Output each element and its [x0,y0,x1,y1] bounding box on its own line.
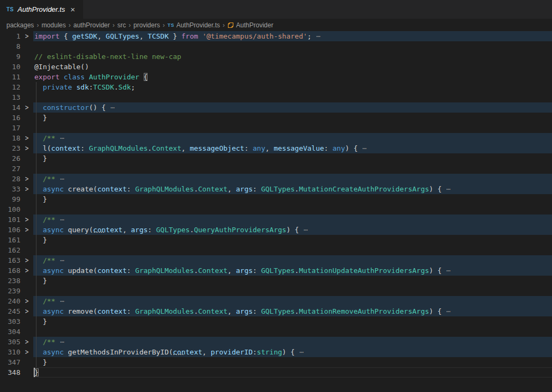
code-line-347[interactable]: 347 } [0,357,552,367]
code-line-239[interactable]: 239 [0,286,552,296]
code-token: sdk [76,83,89,91]
code-content[interactable]: } [33,316,552,327]
code-content[interactable] [33,41,552,51]
code-content[interactable] [33,92,552,102]
code-line-1[interactable]: 1>import { getSDK, GQLTypes, TCSDK } fro… [0,31,552,41]
code-content[interactable]: /** ⋯ [33,174,552,184]
code-line-106[interactable]: 106> async query(context, args: GQLTypes… [0,225,552,235]
code-content[interactable]: l(context: GraphQLModules.Context, messa… [33,143,552,153]
code-line-245[interactable]: 245> async remove(context: GraphQLModule… [0,306,552,316]
code-line-8[interactable]: 8 [0,41,552,51]
code-content[interactable]: /** ⋯ [33,255,552,265]
fold-chevron-icon[interactable]: > [20,345,33,359]
code-content[interactable]: } [33,276,552,286]
fold-chevron-icon[interactable]: > [20,223,33,236]
code-line-162[interactable]: 162 [0,245,552,255]
code-line-10[interactable]: 10@Injectable() [0,62,552,72]
code-line-28[interactable]: 28> /** ⋯ [0,174,552,184]
code-editor[interactable]: 1>import { getSDK, GQLTypes, TCSDK } fro… [0,31,552,378]
code-line-99[interactable]: 99 } [0,194,552,204]
breadcrumb-separator-icon: › [113,21,115,29]
code-line-9[interactable]: 9// eslint-disable-next-line new-cap [0,51,552,62]
code-token: context [51,144,80,152]
code-line-12[interactable]: 12 private sdk:TCSDK.Sdk; [0,82,552,92]
code-content[interactable]: async getMethodsInProviderByID(context, … [33,347,552,357]
code-content[interactable]: async query(context, args: GQLTypes.Quer… [33,225,552,235]
breadcrumb-item-authprovider[interactable]: authProvider [73,21,110,29]
folded-code-ellipsis: ⋯ [55,256,65,264]
code-content[interactable]: /** ⋯ [33,296,552,306]
fold-chevron-icon[interactable]: > [20,101,33,114]
code-line-304[interactable]: 304 [0,327,552,337]
code-line-100[interactable]: 100 [0,204,552,215]
tab-authprovider-ts[interactable]: TS AuthProvider.ts × [0,0,83,19]
fold-chevron-icon[interactable]: > [20,29,33,43]
fold-chevron-icon[interactable]: > [20,305,33,318]
code-content[interactable]: /** ⋯ [33,337,552,347]
code-line-27[interactable]: 27 [0,164,552,174]
code-line-18[interactable]: 18> /** ⋯ [0,133,552,143]
code-line-16[interactable]: 16 } [0,113,552,123]
line-number: 11 [0,72,20,82]
code-content[interactable] [33,327,552,337]
code-line-11[interactable]: 11export class AuthProvider { [0,72,552,82]
typescript-file-icon: TS [6,6,14,12]
code-content[interactable]: /** ⋯ [33,133,552,143]
code-token: . [148,144,152,152]
code-token [34,267,43,275]
code-content[interactable]: } [33,367,552,378]
code-line-17[interactable]: 17 [0,123,552,133]
code-content[interactable]: async create(context: GraphQLModules.Con… [33,184,552,194]
fold-chevron-icon[interactable]: > [20,264,33,277]
code-line-168[interactable]: 168> async update(context: GraphQLModule… [0,265,552,276]
code-content[interactable] [33,286,552,296]
fold-chevron-icon[interactable]: > [20,142,33,155]
code-content[interactable]: } [33,194,552,204]
breadcrumb-item-src[interactable]: src [117,21,126,29]
fold-chevron-icon[interactable]: > [20,182,33,196]
code-token: : [127,185,135,193]
code-content[interactable] [33,204,552,215]
code-content[interactable]: @Injectable() [33,62,552,72]
code-line-348[interactable]: 348} [0,367,552,378]
code-content[interactable]: constructor() { ⋯ [33,102,552,113]
code-line-305[interactable]: 305> /** ⋯ [0,337,552,347]
code-content[interactable]: async remove(context: GraphQLModules.Con… [33,306,552,316]
line-number: 33 [0,184,20,194]
code-content[interactable] [33,164,552,174]
code-content[interactable] [33,123,552,133]
breadcrumb-item-providers[interactable]: providers [134,21,160,29]
code-line-13[interactable]: 13 [0,92,552,102]
code-line-33[interactable]: 33> async create(context: GraphQLModules… [0,184,552,194]
code-line-310[interactable]: 310> async getMethodsInProviderByID(cont… [0,347,552,357]
breadcrumb-item-modules[interactable]: modules [41,21,65,29]
code-token: : [324,144,333,152]
code-content[interactable]: import { getSDK, GQLTypes, TCSDK } from … [33,31,552,41]
code-content[interactable]: async update(context: GraphQLModules.Con… [33,265,552,276]
code-content[interactable]: } [33,113,552,123]
code-content[interactable] [33,245,552,255]
code-content[interactable]: /** ⋯ [33,215,552,225]
code-content[interactable]: } [33,357,552,367]
line-number: 348 [0,367,20,378]
code-line-101[interactable]: 101> /** ⋯ [0,215,552,225]
breadcrumb-item-authprovider[interactable]: AuthProvider [227,21,273,29]
code-line-26[interactable]: 26 } [0,153,552,164]
breadcrumb-item-authprovider-ts[interactable]: TSAuthProvider.ts [167,21,220,29]
code-token: Context [152,144,181,152]
code-line-161[interactable]: 161 } [0,235,552,245]
code-content[interactable]: private sdk:TCSDK.Sdk; [33,82,552,92]
code-token: : [148,226,156,234]
code-line-238[interactable]: 238 } [0,276,552,286]
code-content[interactable]: // eslint-disable-next-line new-cap [33,51,552,62]
code-line-240[interactable]: 240> /** ⋯ [0,296,552,306]
breadcrumb-item-packages[interactable]: packages [6,21,34,29]
code-line-14[interactable]: 14> constructor() { ⋯ [0,102,552,113]
code-line-23[interactable]: 23> l(context: GraphQLModules.Context, m… [0,143,552,153]
code-content[interactable]: export class AuthProvider { [33,72,552,82]
close-icon[interactable]: × [69,5,77,14]
code-content[interactable]: } [33,235,552,245]
code-line-163[interactable]: 163> /** ⋯ [0,255,552,265]
code-line-303[interactable]: 303 } [0,316,552,327]
code-content[interactable]: } [33,153,552,164]
